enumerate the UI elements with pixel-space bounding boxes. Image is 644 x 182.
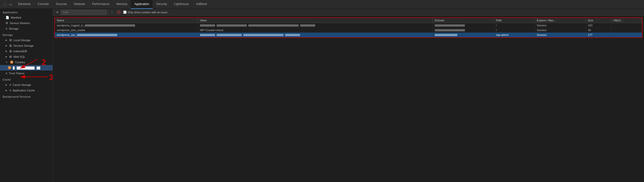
application-cache-icon: ≡: [9, 89, 11, 92]
cookie-domain-icon: 🍪: [8, 66, 11, 70]
session-storage-icon: ⊞: [9, 44, 12, 47]
tab-console[interactable]: Console: [34, 0, 52, 9]
tab-application[interactable]: Application: [131, 0, 153, 9]
sidebar: Application 📄 Manifest ⚙ Service Workers…: [0, 9, 53, 182]
sidebar-item-manifest[interactable]: 📄 Manifest: [0, 15, 53, 20]
cookie-issue-checkbox[interactable]: [123, 11, 127, 14]
cookie-size-2: 36: [586, 28, 611, 33]
tab-icon-group: ⬚ ▭: [1, 2, 15, 7]
cookies-table-container: Name Value Domain Path Expires / Max... …: [54, 17, 642, 38]
clear-button[interactable]: 🚫: [116, 10, 122, 15]
sidebar-section-background: Background Services: [0, 93, 53, 99]
sidebar-item-indexeddb-label: IndexedDB: [13, 50, 27, 53]
redacted-val-3b: ████████: [217, 34, 242, 36]
tab-lighthouse[interactable]: Lighthouse: [171, 0, 192, 9]
collapse-arrow-session: ▶: [6, 44, 7, 47]
toolbar-separator: [108, 10, 108, 14]
sidebar-item-local-storage-label: Local Storage: [13, 39, 30, 42]
collapse-arrow-local: ▶: [6, 39, 7, 41]
sidebar-item-manifest-label: Manifest: [11, 16, 21, 19]
redacted-val-1d: ████: [300, 24, 315, 27]
sidebar-item-session-storage-label: Session Storage: [13, 44, 34, 47]
cookie-name-1: wordpress_logged_in_████████████████████…: [55, 23, 198, 28]
filter-input[interactable]: [61, 10, 106, 15]
collapse-arrow-cookies: ▼: [6, 61, 8, 64]
col-header-domain[interactable]: Domain: [433, 18, 494, 23]
col-header-expires[interactable]: Expires / Max...: [535, 18, 586, 23]
sidebar-item-session-storage[interactable]: ▶ ⊞ Session Storage: [0, 43, 53, 48]
collapse-arrow-indexed: ▶: [6, 50, 7, 52]
cookie-path-1: /: [494, 23, 535, 28]
sidebar-item-storage-label: Storage: [9, 27, 19, 30]
content-toolbar: ↺ ⋮ 🚫 Only show cookies with an issue: [53, 9, 644, 16]
redacted-val-1c: ████████████████████: [248, 24, 299, 27]
cache-storage-icon: ≡: [9, 83, 11, 87]
sidebar-item-indexeddb[interactable]: ▶ ⊞ IndexedDB: [0, 48, 53, 54]
cookie-expires-2: Session: [535, 28, 586, 33]
tab-sources[interactable]: Sources: [52, 0, 70, 9]
cookies-icon: 🍪: [10, 60, 14, 64]
more-options-button[interactable]: ⋮: [109, 10, 114, 15]
tab-adblock[interactable]: AdBlock: [192, 0, 211, 9]
col-header-name[interactable]: Name: [55, 18, 198, 23]
table-row[interactable]: wordpress_logged_in_████████████████████…: [55, 23, 642, 28]
sidebar-section-storage: Storage: [0, 31, 53, 37]
table-row[interactable]: wordpress_sec_████████████████ ████ ████…: [55, 33, 642, 37]
cookie-value-1: ████ ████████████ ████████████████████ █…: [198, 23, 432, 28]
cookie-issue-filter[interactable]: Only show cookies with an issue: [123, 11, 167, 14]
redacted-val-3c: ████████████████: [243, 34, 284, 36]
sidebar-section-cache: Cache: [0, 76, 53, 82]
sidebar-item-local-storage[interactable]: ▶ ⊞ Local Storage: [0, 37, 53, 43]
sidebar-item-application-cache[interactable]: ▶ ≡ Application Cache: [0, 88, 53, 93]
cookie-http-1: [611, 23, 642, 28]
redacted-val-3d: ████: [285, 34, 300, 36]
sidebar-item-trust-tokens[interactable]: ≡ Trust Tokens: [0, 71, 53, 76]
col-header-value[interactable]: Value: [198, 18, 432, 23]
sidebar-section-application: Application: [0, 9, 53, 15]
sidebar-item-web-sql[interactable]: ▶ ⊞ Web SQL: [0, 54, 53, 59]
device-icon[interactable]: ▭: [9, 2, 13, 7]
col-header-size[interactable]: Size: [586, 18, 611, 23]
cookie-table: Name Value Domain Path Expires / Max... …: [55, 18, 642, 37]
col-header-http[interactable]: HttpO...: [611, 18, 642, 23]
cookie-domain-3: ████████: [433, 33, 494, 37]
collapse-arrow-websql: ▶: [6, 55, 7, 58]
storage-icon: ≡: [6, 27, 7, 30]
gear-icon: ⚙: [6, 21, 8, 25]
tab-elements[interactable]: Elements: [15, 0, 34, 9]
tab-security[interactable]: Security: [153, 0, 171, 9]
refresh-button[interactable]: ↺: [55, 10, 59, 15]
redacted-domain-2: ████████████: [435, 29, 465, 31]
tab-performance[interactable]: Performance: [89, 0, 113, 9]
inspect-icon[interactable]: ⬚: [3, 2, 7, 7]
redacted-val-1a: ████: [200, 24, 215, 27]
tab-network[interactable]: Network: [70, 0, 89, 9]
redacted-val-1b: ████████████: [217, 24, 247, 27]
cookie-http-3: [611, 33, 642, 37]
cookie-domain-1: ████████████: [433, 23, 494, 28]
sidebar-item-cookies-label: Cookies: [15, 61, 25, 64]
content-area: ↺ ⋮ 🚫 Only show cookies with an issue Na…: [53, 9, 644, 182]
sidebar-item-service-workers[interactable]: ⚙ Service Workers: [0, 20, 53, 26]
redacted-name-3: ████████████████: [77, 34, 117, 36]
cookie-name-3: wordpress_sec_████████████████: [55, 33, 198, 37]
cookie-value-2: WP+Cookie+check: [198, 28, 432, 33]
collapse-arrow-cache: ▶: [6, 84, 7, 86]
cookie-value-3: ████ ████████ ████████████████ ████: [198, 33, 432, 37]
sidebar-item-cache-storage-label: Cache Storage: [13, 83, 31, 86]
cookie-domain-2: ████████████: [433, 28, 494, 33]
tab-memory[interactable]: Memory: [113, 0, 131, 9]
tab-bar: ⬚ ▭ Elements Console Sources Network Per…: [0, 0, 644, 9]
cookie-path-3: /wp-admin: [494, 33, 535, 37]
sidebar-item-storage[interactable]: ≡ Storage: [0, 26, 53, 31]
sidebar-item-cache-storage[interactable]: ▶ ≡ Cache Storage: [0, 82, 53, 88]
table-row[interactable]: wordpress_test_cookie WP+Cookie+check ██…: [55, 28, 642, 33]
cookie-issue-label: Only show cookies with an issue: [128, 11, 167, 14]
cookie-name-2: wordpress_test_cookie: [55, 28, 198, 33]
sidebar-item-trust-tokens-label: Trust Tokens: [9, 72, 24, 75]
sidebar-item-cookies[interactable]: ▼ 🍪 Cookies: [0, 59, 53, 65]
redacted-val-3a: ████: [200, 34, 215, 36]
sidebar-item-cookie-domain[interactable]: 🍪 █ · ██████████ · ██: [0, 65, 53, 71]
col-header-path[interactable]: Path: [494, 18, 535, 23]
indexeddb-icon: ⊞: [9, 49, 12, 53]
